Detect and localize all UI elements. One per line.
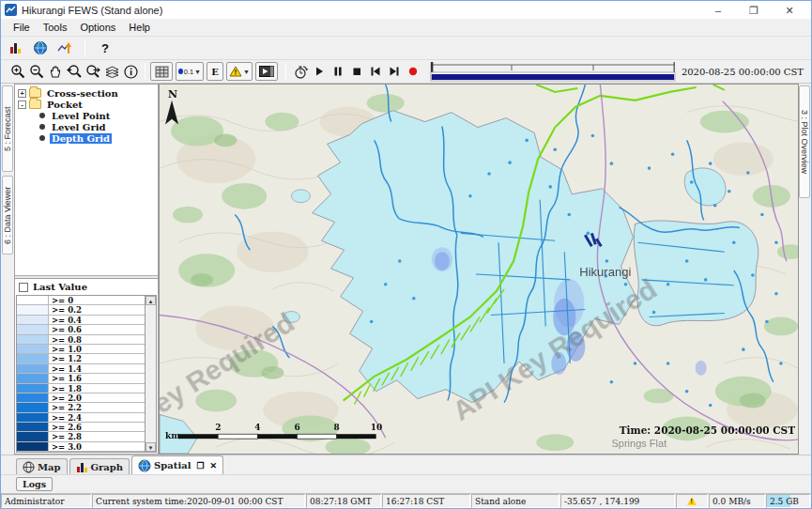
menu-help[interactable]: Help bbox=[122, 20, 157, 35]
tab-spatial[interactable]: Spatial ❐ ✕ bbox=[131, 455, 223, 474]
help-icon[interactable]: ? bbox=[96, 39, 115, 57]
minimize-button[interactable]: – bbox=[700, 2, 736, 19]
legend-row-label: >= 0.6 bbox=[49, 325, 145, 333]
tab-map[interactable]: Map bbox=[16, 458, 68, 474]
legend-row[interactable]: >= 0 bbox=[17, 296, 145, 305]
legend-color-swatch bbox=[17, 413, 49, 422]
legend-row-label: >= 1.8 bbox=[49, 384, 145, 393]
layers-icon[interactable] bbox=[102, 62, 121, 81]
scroll-up-icon[interactable]: ▲ bbox=[146, 296, 156, 305]
play-button[interactable] bbox=[310, 62, 329, 81]
legend-scrollbar[interactable]: ▲ ▼ bbox=[145, 296, 156, 452]
collapse-icon[interactable]: - bbox=[18, 100, 26, 109]
chevron-down-icon: ▼ bbox=[243, 69, 250, 75]
menu-tools[interactable]: Tools bbox=[37, 20, 74, 35]
map-toolbar: 0.1 ▼ E ▼ bbox=[1, 59, 811, 84]
warning-dropdown[interactable]: ▼ bbox=[226, 62, 253, 81]
movie-display-button[interactable] bbox=[255, 62, 278, 81]
legend-row-label: >= 2.8 bbox=[49, 432, 145, 440]
bar-chart-icon[interactable] bbox=[7, 39, 25, 57]
toolbar-separator bbox=[285, 63, 286, 80]
left-panel: + Cross-section - Pocket Level Point Lev… bbox=[14, 84, 159, 455]
svg-text:km: km bbox=[165, 431, 180, 440]
app-logo-icon bbox=[5, 4, 17, 16]
chevron-down-icon: ▼ bbox=[194, 69, 201, 75]
maximize-button[interactable]: ❐ bbox=[736, 2, 772, 19]
tree-node-depth-grid[interactable]: Depth Grid bbox=[17, 132, 158, 144]
record-button[interactable] bbox=[404, 62, 422, 81]
pan-hand-icon[interactable] bbox=[46, 62, 65, 81]
svg-text:N: N bbox=[168, 88, 177, 100]
status-coordinates: -35.657 , 174.199 bbox=[560, 494, 675, 508]
legend-panel: Last Value >= 0>= 0.2>= 0.4>= 0.6>= 0.8>… bbox=[15, 278, 158, 454]
tab-plot-overview[interactable]: 3 : Plot Overview bbox=[799, 85, 810, 198]
zoom-previous-icon[interactable] bbox=[65, 62, 84, 81]
status-gmt-time: 08:27:18 GMT bbox=[306, 494, 381, 508]
legend-row[interactable]: >= 3.0 bbox=[17, 442, 145, 452]
classifier-button[interactable]: E bbox=[207, 62, 223, 81]
tab-data-viewer[interactable]: 6 : Data Viewer bbox=[2, 176, 13, 254]
status-warning-cell[interactable] bbox=[676, 494, 708, 508]
expand-icon[interactable]: + bbox=[18, 89, 26, 98]
tree-node-label[interactable]: Level Point bbox=[50, 111, 112, 121]
legend-row[interactable]: >= 0.2 bbox=[17, 305, 145, 315]
legend-row-label: >= 0 bbox=[49, 296, 145, 304]
legend-row[interactable]: >= 2.0 bbox=[17, 393, 145, 403]
legend-row[interactable]: >= 1.4 bbox=[17, 364, 145, 374]
globe-icon[interactable] bbox=[31, 39, 50, 57]
time-slider[interactable] bbox=[430, 61, 676, 82]
zoom-out-icon[interactable] bbox=[27, 62, 46, 81]
zoom-next-icon[interactable] bbox=[84, 62, 102, 81]
bar-chart-icon bbox=[76, 461, 88, 473]
legend-row-label: >= 1.6 bbox=[49, 374, 145, 382]
svg-text:6: 6 bbox=[294, 423, 299, 432]
step-back-button[interactable] bbox=[366, 62, 385, 81]
grid-value-dropdown[interactable]: 0.1 ▼ bbox=[176, 62, 204, 81]
legend-row[interactable]: >= 0.4 bbox=[17, 316, 145, 325]
export-animation-icon[interactable] bbox=[291, 62, 310, 81]
legend-row-label: >= 1.0 bbox=[49, 345, 145, 353]
svg-text:8: 8 bbox=[334, 423, 340, 432]
tab-forecast[interactable]: 5 : Forecast bbox=[2, 85, 13, 172]
legend-row[interactable]: >= 1.2 bbox=[17, 354, 145, 363]
pause-button[interactable] bbox=[329, 62, 347, 81]
tree-node-level-grid[interactable]: Level Grid bbox=[17, 121, 158, 132]
legend-row-label: >= 2.4 bbox=[49, 413, 145, 422]
legend-row[interactable]: >= 0.6 bbox=[17, 325, 145, 334]
last-value-checkbox[interactable] bbox=[19, 283, 28, 292]
folder-icon bbox=[29, 100, 41, 109]
menu-file[interactable]: File bbox=[7, 20, 37, 35]
tree-node-pocket[interactable]: - Pocket bbox=[17, 99, 158, 110]
tree-node-label[interactable]: Level Grid bbox=[50, 122, 107, 132]
tab-graph[interactable]: Graph bbox=[69, 458, 130, 474]
legend-row[interactable]: >= 2.4 bbox=[17, 413, 145, 423]
tab-restore-icon[interactable]: ❐ bbox=[197, 461, 205, 470]
map-viewport[interactable]: API Key Required API Key Required Hikura… bbox=[159, 84, 799, 455]
legend-row[interactable]: >= 0.8 bbox=[17, 335, 145, 345]
grid-display-button[interactable] bbox=[150, 62, 173, 81]
legend-row[interactable]: >= 2.6 bbox=[17, 423, 145, 432]
legend-row[interactable]: >= 2.2 bbox=[17, 403, 145, 412]
stop-button[interactable] bbox=[347, 62, 366, 81]
legend-row[interactable]: >= 1.8 bbox=[17, 384, 145, 393]
menu-options[interactable]: Options bbox=[73, 20, 122, 35]
main-toolbar: ? bbox=[1, 37, 811, 59]
tab-close-icon[interactable]: ✕ bbox=[210, 461, 218, 470]
scroll-down-icon[interactable]: ▼ bbox=[146, 442, 156, 452]
legend-row[interactable]: >= 2.8 bbox=[17, 432, 145, 441]
tree-node-cross-section[interactable]: + Cross-section bbox=[17, 87, 158, 99]
tree-node-label[interactable]: Cross-section bbox=[45, 88, 120, 99]
legend-row[interactable]: >= 1.6 bbox=[17, 374, 145, 383]
logs-button[interactable]: Logs bbox=[16, 477, 53, 491]
tab-graph-label: Graph bbox=[91, 462, 124, 472]
legend-row[interactable]: >= 1.0 bbox=[17, 345, 145, 354]
zoom-in-icon[interactable] bbox=[8, 62, 27, 81]
timeseries-display-icon[interactable] bbox=[55, 39, 74, 57]
tree-node-label-selected[interactable]: Depth Grid bbox=[50, 133, 112, 144]
last-value-label: Last Value bbox=[33, 282, 87, 292]
tree-node-level-point[interactable]: Level Point bbox=[17, 110, 158, 121]
close-button[interactable]: ✕ bbox=[772, 2, 807, 19]
tree-node-label[interactable]: Pocket bbox=[45, 100, 84, 110]
step-forward-button[interactable] bbox=[385, 62, 404, 81]
info-icon[interactable] bbox=[121, 62, 140, 81]
